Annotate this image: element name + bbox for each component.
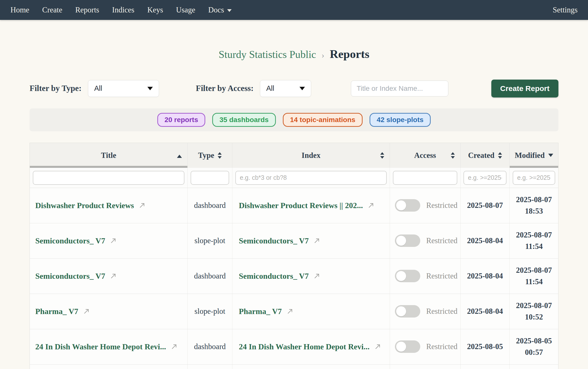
index-link[interactable]: Semiconductors_ V7	[239, 272, 321, 281]
modified-cell: 2025-08-05 00:57	[510, 329, 558, 364]
access-cell: Restricted	[390, 329, 461, 364]
breadcrumb-parent-link[interactable]: Sturdy Statistics Public	[219, 49, 316, 60]
filter-by-access-label: Filter by Access:	[196, 84, 253, 93]
created-cell: 2025-08-04	[461, 294, 510, 329]
reports-table: Title Type Index Access Created Modified	[30, 143, 558, 369]
create-report-button[interactable]: Create Report	[491, 80, 558, 97]
column-header-title[interactable]: Title	[30, 143, 188, 168]
column-label: Created	[468, 151, 494, 160]
toggle-knob	[396, 342, 406, 352]
report-title-text: Semiconductors_ V7	[35, 272, 105, 281]
created-cell: 2025-08-04	[461, 259, 510, 294]
table-row: Pharma_ V7 slope-plot Pharma_ V7 Restric…	[30, 294, 558, 329]
index-link[interactable]: Pharma_ V7	[239, 307, 294, 316]
index-column-filter-input[interactable]	[235, 171, 387, 185]
external-link-icon	[286, 308, 294, 315]
nav-item-docs[interactable]: Docs	[208, 5, 232, 14]
topic-animations-count-badge[interactable]: 14 topic-animations	[283, 113, 363, 127]
modified-time: 11:54	[525, 276, 543, 288]
external-link-icon	[367, 202, 375, 209]
report-title-link[interactable]: Semiconductors_ V7	[35, 272, 117, 281]
modified-date: 2025-08-07	[516, 229, 552, 241]
access-filter-select[interactable]: All	[260, 80, 311, 97]
column-header-created[interactable]: Created	[461, 143, 510, 168]
table-row-partial	[30, 365, 558, 369]
breadcrumb-separator: ›	[322, 50, 324, 60]
title-cell: Dishwasher Product Reviews	[30, 188, 188, 223]
created-column-filter-input[interactable]	[463, 171, 506, 185]
column-header-type[interactable]: Type	[188, 143, 232, 168]
index-link[interactable]: Dishwasher Product Reviews || 202...	[239, 201, 375, 210]
sort-both-icon	[380, 152, 384, 159]
table-header-row: Title Type Index Access Created Modified	[30, 143, 558, 168]
index-link-text: Dishwasher Product Reviews || 202...	[239, 201, 363, 210]
modified-cell: 2025-08-07 18:53	[510, 188, 558, 223]
modified-column-filter-input[interactable]	[513, 171, 555, 185]
nav-item-settings[interactable]: Settings	[553, 5, 578, 14]
nav-item-keys[interactable]: Keys	[147, 5, 163, 14]
column-label: Type	[198, 151, 214, 160]
index-cell: Dishwasher Product Reviews || 202...	[232, 188, 390, 223]
access-status-label: Restricted	[426, 272, 458, 280]
summary-badge-strip: 20 reports 35 dashboards 14 topic-animat…	[30, 108, 558, 131]
search-input[interactable]	[351, 81, 448, 96]
title-cell: Semiconductors_ V7	[30, 259, 188, 294]
chevron-down-icon	[299, 87, 305, 90]
index-link-text: Semiconductors_ V7	[239, 236, 309, 245]
access-toggle[interactable]	[395, 234, 420, 247]
access-toggle[interactable]	[395, 340, 420, 353]
external-link-icon	[138, 202, 146, 209]
external-link-icon	[110, 272, 117, 280]
toggle-knob	[396, 200, 406, 210]
nav-item-usage[interactable]: Usage	[176, 5, 195, 14]
column-header-index[interactable]: Index	[232, 143, 390, 168]
access-status-label: Restricted	[426, 307, 458, 316]
column-header-access[interactable]: Access	[390, 143, 461, 168]
toggle-knob	[396, 271, 406, 281]
table-row: Dishwasher Product Reviews dashboard Dis…	[30, 188, 558, 223]
type-filter-select[interactable]: All	[88, 80, 159, 97]
table-filter-row	[30, 168, 558, 188]
index-cell: Semiconductors_ V7	[232, 223, 390, 258]
access-toggle[interactable]	[395, 270, 420, 282]
access-toggle[interactable]	[395, 199, 420, 212]
sort-both-icon	[451, 152, 455, 159]
column-label: Modified	[515, 151, 545, 160]
index-cell: 24 In Dish Washer Home Depot Revi...	[232, 329, 390, 364]
slope-plots-count-badge[interactable]: 42 slope-plots	[370, 113, 431, 127]
modified-cell: 2025-08-07 10:52	[510, 294, 558, 329]
index-cell: Semiconductors_ V7	[232, 259, 390, 294]
type-column-filter-input[interactable]	[191, 171, 229, 185]
external-link-icon	[170, 343, 178, 350]
nav-item-indices[interactable]: Indices	[112, 5, 134, 14]
nav-item-docs-label: Docs	[208, 5, 224, 14]
access-cell: Restricted	[390, 223, 461, 258]
dashboards-count-badge[interactable]: 35 dashboards	[212, 113, 276, 127]
report-title-link[interactable]: Pharma_ V7	[35, 307, 90, 316]
report-title-link[interactable]: Semiconductors_ V7	[35, 236, 117, 245]
type-cell: slope-plot	[188, 223, 232, 258]
column-header-modified[interactable]: Modified	[510, 143, 558, 168]
access-toggle[interactable]	[395, 305, 420, 318]
report-title-link[interactable]: 24 In Dish Washer Home Depot Revi...	[35, 342, 178, 351]
access-column-filter-input[interactable]	[393, 171, 457, 185]
created-cell: 2025-08-04	[461, 223, 510, 258]
toggle-knob	[396, 236, 406, 246]
external-link-icon	[110, 237, 117, 244]
index-link[interactable]: Semiconductors_ V7	[239, 236, 321, 245]
index-link-text: Pharma_ V7	[239, 307, 282, 316]
report-title-link[interactable]: Dishwasher Product Reviews	[35, 201, 146, 210]
modified-date: 2025-08-05	[516, 335, 552, 347]
top-navbar: Home Create Reports Indices Keys Usage D…	[0, 0, 588, 20]
nav-item-create[interactable]: Create	[42, 5, 62, 14]
sort-asc-icon	[177, 155, 182, 158]
index-link[interactable]: 24 In Dish Washer Home Depot Revi...	[239, 342, 381, 351]
column-label: Index	[302, 151, 321, 160]
index-link-text: 24 In Dish Washer Home Depot Revi...	[239, 342, 370, 351]
external-link-icon	[313, 272, 321, 280]
title-column-filter-input[interactable]	[33, 171, 184, 185]
nav-item-home[interactable]: Home	[10, 5, 29, 14]
nav-item-reports[interactable]: Reports	[75, 5, 99, 14]
reports-count-badge[interactable]: 20 reports	[157, 113, 205, 127]
sort-both-icon	[498, 152, 502, 159]
